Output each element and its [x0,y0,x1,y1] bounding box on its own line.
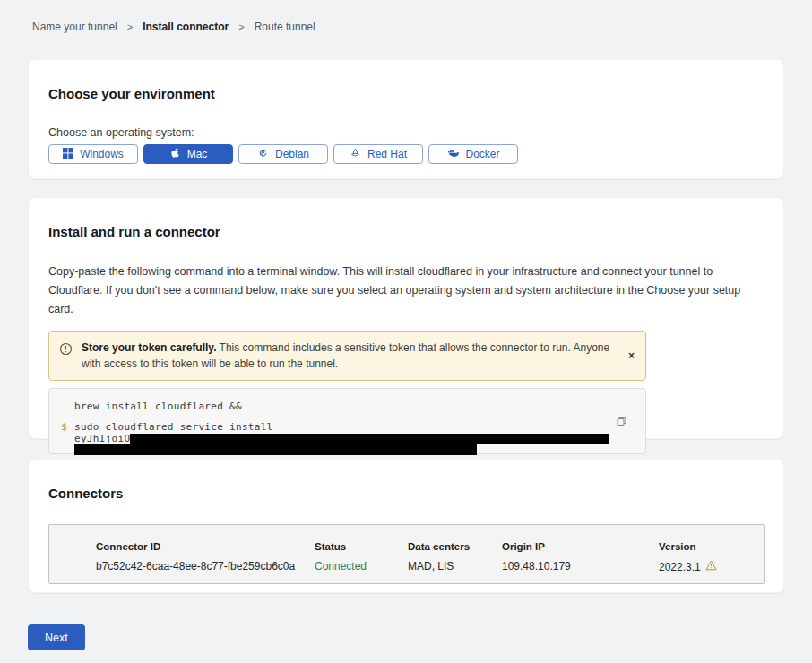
os-button-label: Debian [275,148,309,160]
version-cell: 2022.3.1 [659,560,764,573]
column-header-data-centers: Data centers [408,541,502,552]
apple-icon [169,147,181,161]
origin-ip-value: 109.48.10.179 [502,560,659,573]
breadcrumb-item-name-your-tunnel[interactable]: Name your tunnel [32,21,117,33]
redhat-icon [350,147,361,161]
os-button-group: Windows Mac Debian Red Hat Docker [48,144,764,164]
info-circle-icon [59,342,73,360]
os-button-mac[interactable]: Mac [143,144,233,164]
os-button-debian[interactable]: Debian [238,144,328,164]
token-warning-banner: Store your token carefully. This command… [48,331,646,381]
warning-title: Store your token carefully. [82,341,217,354]
redacted-token-bar [74,444,477,455]
breadcrumb-item-route-tunnel[interactable]: Route tunnel [255,21,315,33]
next-button[interactable]: Next [28,624,85,650]
os-button-windows[interactable]: Windows [48,144,138,164]
connectors-card: Connectors Connector ID Status Data cent… [28,459,784,593]
code-line-token: eyJhIjoiO [74,433,620,444]
os-button-redhat[interactable]: Red Hat [333,144,423,164]
column-header-origin-ip: Origin IP [502,541,659,552]
breadcrumb-item-install-connector[interactable]: Install connector [143,21,229,33]
os-button-label: Windows [80,148,124,160]
debian-icon [257,147,269,161]
windows-icon [63,148,73,161]
code-line-brew-install: brew install cloudflared && [74,400,620,412]
environment-card-title: Choose your environment [48,87,764,100]
table-row: b7c52c42-6caa-48ee-8c77-fbe259cb6c0a Con… [96,560,764,573]
install-command-code-block: $ brew install cloudflared && sudo cloud… [48,388,646,454]
token-prefix: eyJhIjoiO [74,433,130,444]
os-button-docker[interactable]: Docker [428,144,518,164]
os-select-label: Choose an operating system: [48,126,764,139]
breadcrumb-separator: > [127,22,133,32]
code-line-service-install: sudo cloudflared service install [74,421,620,433]
terminal-prompt: $ [61,421,67,433]
connectors-table-header: Connector ID Status Data centers Origin … [96,541,764,552]
install-connector-card: Install and run a connector Copy-paste t… [28,197,784,439]
column-header-connector-id: Connector ID [96,541,315,552]
data-centers-value: MAD, LIS [408,560,502,573]
column-header-version: Version [659,541,764,552]
os-button-label: Mac [187,148,208,160]
os-button-label: Red Hat [367,148,407,160]
docker-icon [446,148,459,161]
version-value: 2022.3.1 [659,561,701,573]
environment-card: Choose your environment Choose an operat… [28,59,784,179]
breadcrumb: Name your tunnel > Install connector > R… [32,21,315,33]
close-icon[interactable]: × [628,350,635,361]
connector-id-value: b7c52c42-6caa-48ee-8c77-fbe259cb6c0a [96,560,315,573]
connectors-card-title: Connectors [48,486,764,500]
redacted-token-bar [130,434,609,444]
warning-triangle-icon [705,560,717,573]
install-description: Copy-paste the following command into a … [48,263,764,319]
breadcrumb-separator: > [238,22,244,32]
status-badge: Connected [315,560,408,573]
os-button-label: Docker [465,148,499,160]
connectors-table: Connector ID Status Data centers Origin … [48,524,765,584]
copy-icon[interactable] [615,415,627,430]
install-card-title: Install and run a connector [48,225,764,238]
column-header-status: Status [315,541,408,552]
